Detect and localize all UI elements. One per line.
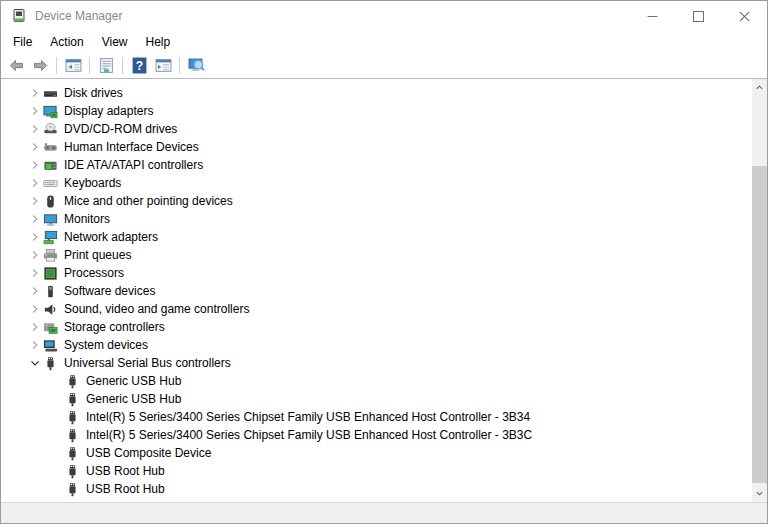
arrow-left-icon [8, 57, 25, 74]
chevron-right-icon[interactable] [27, 193, 43, 209]
chevron-right-icon[interactable] [27, 247, 43, 263]
tree-row[interactable]: USB Composite Device [1, 444, 752, 462]
toolbar-separator [179, 57, 180, 74]
software-device-icon [43, 284, 58, 299]
tree-row[interactable]: Human Interface Devices [1, 138, 752, 156]
system-computer-icon [43, 338, 58, 353]
scrollbar-down-button[interactable] [752, 485, 767, 502]
tree-item-label: Human Interface Devices [64, 140, 199, 154]
close-button[interactable] [721, 1, 767, 31]
tree-item-label: Sound, video and game controllers [64, 302, 249, 316]
tree-item-label: USB Composite Device [86, 446, 211, 460]
chevron-right-icon[interactable] [27, 121, 43, 137]
usb-connector-icon [65, 446, 80, 461]
tree-row[interactable]: Generic USB Hub [1, 390, 752, 408]
hid-gamepad-icon [43, 140, 58, 155]
tree-item-label: Network adapters [64, 230, 158, 244]
tree-row[interactable]: Processors [1, 264, 752, 282]
scan-monitor-magnifier-icon [188, 57, 205, 74]
maximize-button[interactable] [675, 1, 721, 31]
tree-row[interactable]: Sound, video and game controllers [1, 300, 752, 318]
forward-button[interactable] [28, 54, 52, 77]
tree-item-label: IDE ATA/ATAPI controllers [64, 158, 203, 172]
show-hide-action-pane-button[interactable] [151, 54, 175, 77]
tree-row[interactable]: Generic USB Hub [1, 372, 752, 390]
vertical-scrollbar[interactable] [752, 79, 767, 502]
tree-row[interactable]: System devices [1, 336, 752, 354]
tree-row[interactable]: Storage controllers [1, 318, 752, 336]
usb-connector-icon [65, 464, 80, 479]
action-pane-window-icon [155, 57, 172, 74]
tree-row[interactable]: Keyboards [1, 174, 752, 192]
tree-item-label: System devices [64, 338, 148, 352]
usb-connector-icon [65, 374, 80, 389]
tree-item-label: Storage controllers [64, 320, 165, 334]
chevron-right-icon[interactable] [27, 337, 43, 353]
toolbar-separator [122, 57, 123, 74]
menu-file[interactable]: File [4, 32, 41, 52]
tree-row[interactable]: USB Root Hub [1, 462, 752, 480]
tree-item-label: Processors [64, 266, 124, 280]
tree-row[interactable]: Intel(R) 5 Series/3400 Series Chipset Fa… [1, 426, 752, 444]
chevron-right-icon[interactable] [27, 283, 43, 299]
show-hide-console-tree-button[interactable] [61, 54, 85, 77]
tree-row[interactable]: Mice and other pointing devices [1, 192, 752, 210]
menu-bar: FileActionViewHelp [1, 31, 767, 53]
chevron-right-icon[interactable] [27, 139, 43, 155]
back-button[interactable] [4, 54, 28, 77]
tree-item-label: DVD/CD-ROM drives [64, 122, 177, 136]
tree-row[interactable]: Universal Serial Bus controllers [1, 354, 752, 372]
mouse-icon [43, 194, 58, 209]
chevron-right-icon[interactable] [27, 301, 43, 317]
tree-item-label: Mice and other pointing devices [64, 194, 233, 208]
chevron-right-icon[interactable] [27, 157, 43, 173]
minimize-icon [647, 11, 658, 22]
usb-connector-icon [65, 428, 80, 443]
scrollbar-up-button[interactable] [752, 79, 767, 96]
tree-item-label: Disk drives [64, 86, 123, 100]
tree-row[interactable]: Network adapters [1, 228, 752, 246]
printer-icon [43, 248, 58, 263]
minimize-button[interactable] [629, 1, 675, 31]
tree-row[interactable]: DVD/CD-ROM drives [1, 120, 752, 138]
chevron-right-icon[interactable] [27, 103, 43, 119]
chevron-right-icon[interactable] [27, 175, 43, 191]
tree-row[interactable]: Print queues [1, 246, 752, 264]
chevron-right-icon[interactable] [27, 265, 43, 281]
svg-text:?: ? [135, 59, 142, 73]
chevron-right-icon[interactable] [27, 319, 43, 335]
chevron-right-icon[interactable] [27, 85, 43, 101]
tree-row[interactable]: Disk drives [1, 84, 752, 102]
toolbar: ? [1, 53, 767, 79]
tree-item-label: USB Root Hub [86, 482, 165, 496]
scrollbar-thumb[interactable] [752, 166, 767, 483]
properties-button[interactable] [94, 54, 118, 77]
dvd-drive-icon [43, 122, 58, 137]
menu-help[interactable]: Help [137, 32, 180, 52]
tree-item-label: Universal Serial Bus controllers [64, 356, 231, 370]
tree-item-label: Print queues [64, 248, 131, 262]
close-icon [739, 11, 750, 22]
tree-item-label: USB Root Hub [86, 464, 165, 478]
tree-item-label: Intel(R) 5 Series/3400 Series Chipset Fa… [86, 410, 530, 424]
tree-row[interactable]: IDE ATA/ATAPI controllers [1, 156, 752, 174]
tree-row[interactable]: USB Root Hub [1, 480, 752, 498]
storage-controller-icon [43, 320, 58, 335]
speaker-icon [43, 302, 58, 317]
help-button[interactable]: ? [127, 54, 151, 77]
tree-row[interactable]: Software devices [1, 282, 752, 300]
tree-row[interactable]: Display adapters [1, 102, 752, 120]
network-adapter-icon [43, 230, 58, 245]
scan-for-hardware-changes-button[interactable] [184, 54, 208, 77]
chevron-right-icon[interactable] [27, 229, 43, 245]
tree-row[interactable]: Monitors [1, 210, 752, 228]
menu-action[interactable]: Action [41, 32, 92, 52]
chevron-right-icon[interactable] [27, 211, 43, 227]
toolbar-separator [89, 57, 90, 74]
menu-view[interactable]: View [93, 32, 137, 52]
tree-row[interactable]: Intel(R) 5 Series/3400 Series Chipset Fa… [1, 408, 752, 426]
chevron-down-icon[interactable] [27, 355, 43, 371]
title-bar: Device Manager [1, 1, 767, 31]
usb-connector-icon [65, 392, 80, 407]
list-document-icon [98, 57, 115, 74]
